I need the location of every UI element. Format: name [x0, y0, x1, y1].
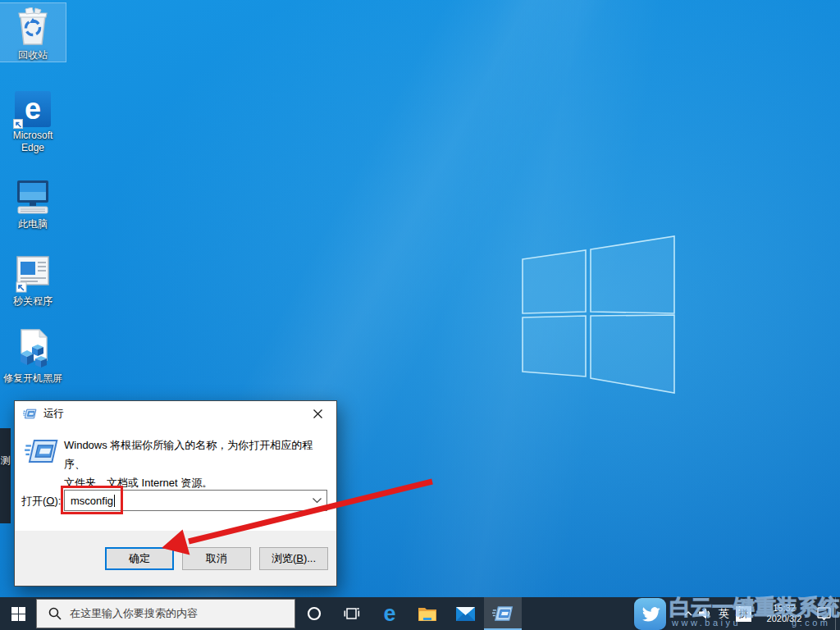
dialog-description: Windows 将根据你所输入的名称，为你打开相应的程序、 文件夹、文档或 In…	[64, 436, 328, 492]
desktop-icon-label: 回收站	[0, 49, 66, 62]
dialog-footer: 确定 取消 浏览(B)...	[15, 531, 336, 586]
desktop: 回收站 e Microsoft Edge 此电脑	[0, 0, 840, 630]
desktop-icon-microsoft-edge[interactable]: e Microsoft Edge	[0, 84, 66, 154]
file-explorer-icon	[418, 605, 437, 622]
task-view-button[interactable]	[333, 597, 371, 630]
edge-taskbar-button[interactable]: e	[371, 597, 409, 630]
windows-logo-icon	[11, 607, 25, 621]
ok-button[interactable]: 确定	[105, 547, 174, 570]
cortana-icon	[307, 606, 322, 621]
run-taskbar-button[interactable]	[484, 597, 522, 630]
dropdown-chevron-icon[interactable]	[307, 498, 326, 504]
clock[interactable]: 15:32 2020/3/2	[755, 597, 814, 630]
speaker-icon	[699, 608, 712, 619]
clock-date: 2020/3/2	[758, 614, 810, 624]
action-center-button[interactable]	[814, 597, 835, 630]
partial-icon-label: 测	[1, 454, 11, 468]
volume-button[interactable]	[696, 597, 715, 630]
dialog-titlebar[interactable]: 运行	[15, 401, 336, 426]
desktop-icon-label: 修复开机黑屏	[0, 372, 66, 385]
hidden-icons-button[interactable]	[681, 597, 696, 630]
ime-icon: 拼	[736, 606, 751, 622]
mail-icon	[456, 607, 475, 621]
clock-time: 15:32	[758, 603, 810, 614]
dialog-body: Windows 将根据你所输入的名称，为你打开相应的程序、 文件夹、文档或 In…	[15, 426, 336, 531]
show-desktop-button[interactable]	[835, 597, 840, 630]
description-line-1: Windows 将根据你所输入的名称，为你打开相应的程序、	[64, 436, 328, 473]
edge-icon: e	[383, 603, 395, 625]
action-center-icon	[817, 607, 832, 621]
registry-file-icon	[0, 329, 66, 370]
edge-icon: e	[0, 86, 66, 127]
desktop-icon-quick-close-app[interactable]: 秒关程序	[0, 249, 66, 308]
system-tray: 英 拼 15:32 2020/3/2	[681, 597, 840, 630]
cancel-button[interactable]: 取消	[182, 547, 251, 570]
language-indicator[interactable]: 英	[715, 597, 733, 630]
chevron-up-icon	[684, 611, 692, 616]
start-button[interactable]	[0, 597, 36, 630]
run-icon-large	[25, 437, 59, 465]
run-icon	[23, 407, 37, 421]
mail-button[interactable]	[446, 597, 484, 630]
desktop-icon-recycle-bin[interactable]: 回收站	[0, 3, 66, 62]
task-view-icon	[344, 606, 360, 621]
taskbar-search-input[interactable]: 在这里输入你要搜索的内容	[36, 599, 295, 628]
search-placeholder: 在这里输入你要搜索的内容	[70, 606, 198, 621]
open-label: 打开(O):	[21, 494, 61, 509]
shortcut-arrow-icon	[13, 119, 23, 129]
run-icon	[492, 605, 514, 623]
close-icon	[313, 409, 322, 418]
cortana-button[interactable]	[295, 597, 333, 630]
this-pc-icon	[0, 175, 66, 216]
browse-button[interactable]: 浏览(B)...	[259, 547, 328, 570]
partial-desktop-icon[interactable]: 测	[0, 428, 11, 523]
dialog-title: 运行	[43, 407, 64, 421]
desktop-icon-this-pc[interactable]: 此电脑	[0, 172, 66, 231]
desktop-icon-label: 秒关程序	[0, 295, 66, 308]
annotation-highlight-rectangle	[61, 486, 123, 514]
recycle-bin-icon	[0, 6, 66, 47]
run-dialog: 运行 Windows 将根据你所输入的名称，为你打开相应的程序、 文件夹、文档或…	[14, 400, 337, 587]
ime-indicator[interactable]: 拼	[733, 597, 755, 630]
search-icon	[48, 607, 62, 620]
file-explorer-button[interactable]	[409, 597, 446, 630]
desktop-icon-label: Microsoft Edge	[0, 130, 66, 154]
desktop-icon-label: 此电脑	[0, 218, 66, 231]
app-window-icon	[0, 252, 66, 293]
desktop-icon-fix-black-screen[interactable]: 修复开机黑屏	[0, 326, 66, 385]
windows-wallpaper-logo	[517, 232, 679, 396]
taskbar: 在这里输入你要搜索的内容 e	[0, 597, 840, 630]
close-button[interactable]	[299, 401, 336, 426]
